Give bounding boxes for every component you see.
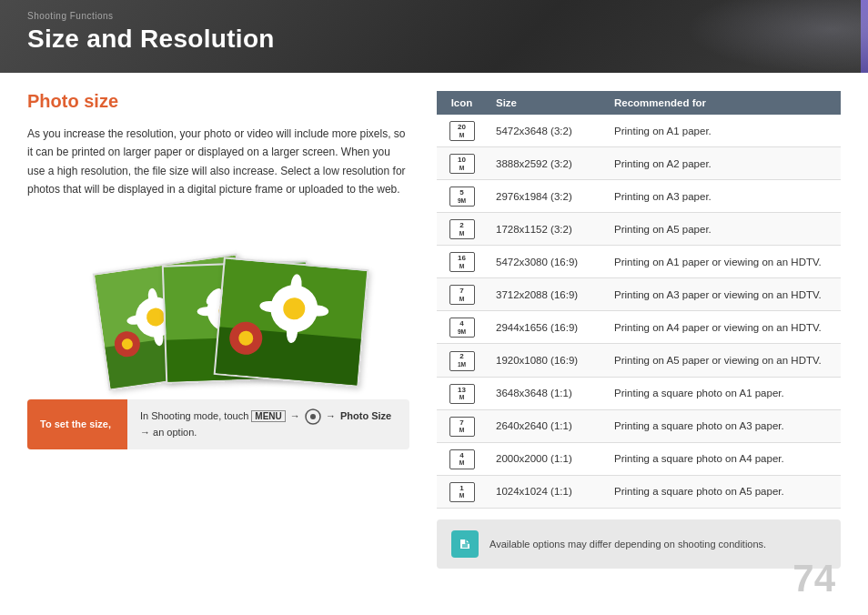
table-row: 7M3712x2088 (16:9)Printing on A3 paper o…	[437, 278, 841, 311]
recommended-cell: Printing a square photo on A4 paper.	[605, 442, 841, 475]
icon-box: 49M	[449, 318, 475, 338]
recommended-cell: Printing on A2 paper.	[605, 147, 841, 180]
icon-cell: 59M	[437, 180, 487, 213]
tip-text: In Shooting mode, touch MENU → → Photo S…	[127, 399, 409, 450]
table-header-row: Icon Size Recommended for	[437, 91, 841, 115]
section-title: Photo size	[27, 91, 409, 112]
icon-cell: 1M	[437, 475, 487, 508]
table-row: 59M2976x1984 (3:2)Printing on A3 paper.	[437, 180, 841, 213]
col-size: Size	[487, 91, 605, 115]
right-column: Icon Size Recommended for 20M5472x3648 (…	[437, 91, 841, 597]
table-row: 16M5472x3080 (16:9)Printing on A1 paper …	[437, 246, 841, 278]
note-text: Available options may differ depending o…	[490, 537, 766, 552]
note-icon	[451, 530, 479, 558]
table-row: 10M3888x2592 (3:2)Printing on A2 paper.	[437, 147, 841, 180]
tip-label: To set the size,	[27, 399, 127, 450]
table-row: 21M1920x1080 (16:9)Printing on A5 paper …	[437, 344, 841, 377]
size-cell: 3648x3648 (1:1)	[487, 377, 605, 409]
icon-box: 59M	[449, 187, 475, 207]
icon-cell: 2M	[437, 213, 487, 246]
size-cell: 1728x1152 (3:2)	[487, 213, 605, 246]
table-row: 20M5472x3648 (3:2)Printing on A1 paper.	[437, 115, 841, 147]
svg-point-35	[310, 414, 316, 419]
icon-box: 4M	[449, 449, 475, 469]
note-box: Available options may differ depending o…	[437, 519, 841, 569]
size-cell: 1024x1024 (1:1)	[487, 475, 605, 508]
table-row: 7M2640x2640 (1:1)Printing a square photo…	[437, 409, 841, 442]
page-number: 74	[792, 557, 835, 600]
main-content: Photo size As you increase the resolutio…	[0, 73, 868, 615]
icon-cell: 20M	[437, 115, 487, 147]
col-icon: Icon	[437, 91, 487, 115]
icon-cell: 49M	[437, 311, 487, 344]
table-row: 2M1728x1152 (3:2)Printing on A5 paper.	[437, 213, 841, 246]
size-cell: 2944x1656 (16:9)	[487, 311, 605, 344]
table-row: 4M2000x2000 (1:1)Printing a square photo…	[437, 442, 841, 475]
recommended-cell: Printing on A3 paper.	[605, 180, 841, 213]
icon-box: 1M	[449, 482, 475, 502]
icon-cell: 21M	[437, 344, 487, 377]
page-title: Size and Resolution	[27, 25, 841, 54]
size-cell: 3888x2592 (3:2)	[487, 147, 605, 180]
icon-cell: 7M	[437, 278, 487, 311]
icon-cell: 4M	[437, 442, 487, 475]
icon-cell: 10M	[437, 147, 487, 180]
size-cell: 2640x2640 (1:1)	[487, 409, 605, 442]
size-cell: 5472x3648 (3:2)	[487, 115, 605, 147]
recommended-cell: Printing a square photo on A1 paper.	[605, 377, 841, 409]
header: Shooting Functions Size and Resolution	[0, 0, 868, 73]
photo-table: Icon Size Recommended for 20M5472x3648 (…	[437, 91, 841, 509]
category-label: Shooting Functions	[27, 11, 841, 21]
size-cell: 2976x1984 (3:2)	[487, 180, 605, 213]
photo-illustration	[73, 217, 364, 381]
recommended-cell: Printing on A5 paper.	[605, 213, 841, 246]
icon-box: 7M	[449, 285, 475, 305]
size-cell: 1920x1080 (16:9)	[487, 344, 605, 377]
recommended-cell: Printing on A1 paper.	[605, 115, 841, 147]
recommended-cell: Printing on A3 paper or viewing on an HD…	[605, 278, 841, 311]
icon-cell: 7M	[437, 409, 487, 442]
icon-cell: 16M	[437, 246, 487, 278]
icon-box: 16M	[449, 252, 475, 272]
size-cell: 5472x3080 (16:9)	[487, 246, 605, 278]
icon-box: 2M	[449, 219, 475, 239]
header-accent	[861, 0, 868, 73]
recommended-cell: Printing on A5 paper or viewing on an HD…	[605, 344, 841, 377]
icon-box: 13M	[449, 384, 475, 404]
icon-box: 21M	[449, 351, 475, 371]
recommended-cell: Printing a square photo on A5 paper.	[605, 475, 841, 508]
col-recommended: Recommended for	[605, 91, 841, 115]
photo-card-3	[214, 257, 369, 387]
size-cell: 2000x2000 (1:1)	[487, 442, 605, 475]
recommended-cell: Printing a square photo on A3 paper.	[605, 409, 841, 442]
size-cell: 3712x2088 (16:9)	[487, 278, 605, 311]
table-row: 13M3648x3648 (1:1)Printing a square phot…	[437, 377, 841, 409]
tip-box: To set the size, In Shooting mode, touch…	[27, 399, 409, 450]
description-text: As you increase the resolution, your pho…	[27, 125, 409, 199]
recommended-cell: Printing on A1 paper or viewing on an HD…	[605, 246, 841, 278]
icon-box: 10M	[449, 154, 475, 174]
left-column: Photo size As you increase the resolutio…	[27, 91, 409, 597]
icon-box: 7M	[449, 417, 475, 437]
table-row: 49M2944x1656 (16:9)Printing on A4 paper …	[437, 311, 841, 344]
icon-cell: 13M	[437, 377, 487, 409]
icon-box: 20M	[449, 121, 475, 141]
recommended-cell: Printing on A4 paper or viewing on an HD…	[605, 311, 841, 344]
table-row: 1M1024x1024 (1:1)Printing a square photo…	[437, 475, 841, 508]
